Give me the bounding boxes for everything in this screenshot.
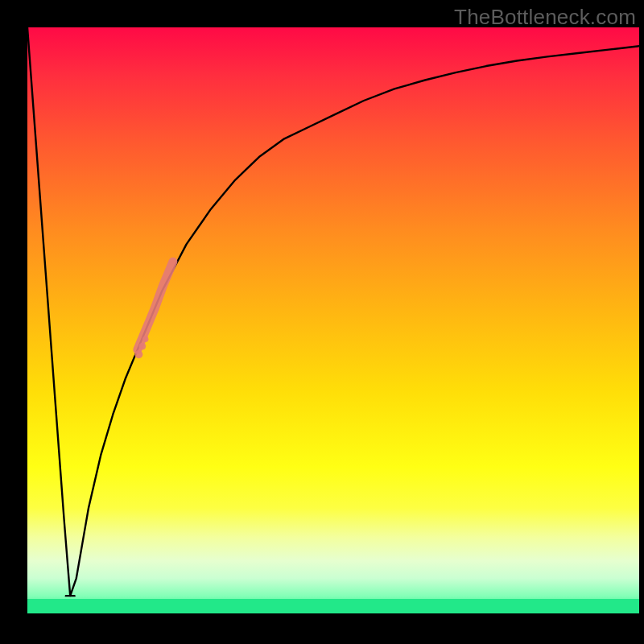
chart-frame: TheBottleneck.com: [0, 0, 644, 644]
highlight-segment: [134, 262, 173, 358]
curve-layer: [27, 27, 639, 613]
highlight-dot: [138, 343, 146, 350]
highlight-stroke: [138, 262, 173, 349]
plot-area: [27, 27, 639, 613]
highlight-dot: [142, 336, 149, 343]
watermark-text: TheBottleneck.com: [454, 5, 636, 30]
bottleneck-curve: [27, 27, 639, 596]
highlight-dot: [134, 350, 142, 358]
